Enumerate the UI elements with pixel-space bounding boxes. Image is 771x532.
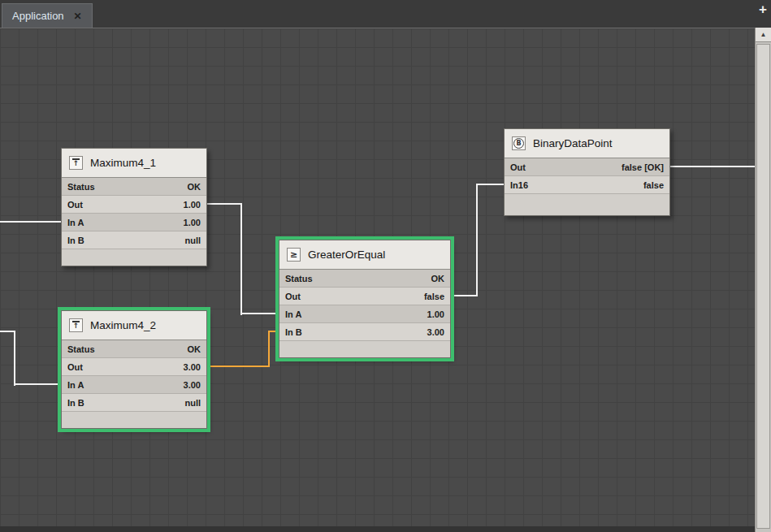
tab-application[interactable]: Application ✕ bbox=[2, 3, 93, 28]
wire-segment[interactable] bbox=[240, 203, 242, 315]
row-value: 3.00 bbox=[427, 327, 444, 337]
wire-segment[interactable] bbox=[476, 184, 504, 185]
row-label: Status bbox=[285, 274, 313, 283]
wire-segment[interactable] bbox=[268, 331, 279, 332]
row-label: Out bbox=[67, 200, 83, 210]
block-row-out[interactable]: Out 3.00 bbox=[62, 358, 206, 376]
row-value: OK bbox=[431, 274, 445, 283]
row-label: Out bbox=[285, 292, 301, 301]
block-row-in-b[interactable]: In B null bbox=[62, 394, 206, 412]
block-title: Maximum4_2 bbox=[90, 319, 156, 331]
block-row-out[interactable]: Out false [OK] bbox=[505, 158, 669, 176]
block-title: GreaterOrEqual bbox=[308, 249, 385, 261]
block-footer bbox=[62, 249, 206, 266]
wire-segment[interactable] bbox=[240, 313, 279, 314]
block-row-in16[interactable]: In16 false bbox=[505, 176, 669, 194]
wire-segment[interactable] bbox=[0, 221, 62, 223]
maximum-icon: ↑ bbox=[69, 318, 83, 332]
scroll-up-arrow-icon: ▲ bbox=[760, 31, 767, 38]
horizontal-scrollbar-track[interactable] bbox=[0, 526, 755, 532]
row-value: 1.00 bbox=[184, 200, 201, 210]
row-label: In B bbox=[67, 398, 84, 408]
add-tab-button[interactable]: + bbox=[759, 2, 767, 16]
block-header[interactable]: B BinaryDataPoint bbox=[505, 129, 669, 158]
row-value: null bbox=[184, 236, 201, 245]
block-header[interactable]: ≥ GreaterOrEqual bbox=[279, 240, 450, 270]
row-value: 1.00 bbox=[427, 309, 444, 319]
row-label: In B bbox=[285, 327, 302, 337]
row-label: In16 bbox=[510, 180, 528, 190]
wire-segment[interactable] bbox=[207, 203, 242, 205]
greater-or-equal-icon: ≥ bbox=[287, 248, 301, 262]
tab-bar: Application ✕ + bbox=[0, 0, 771, 28]
block-row-status[interactable]: Status OK bbox=[279, 270, 450, 288]
function-block-maximum4-1[interactable]: ↑ Maximum4_1 Status OK Out 1.00 In A 1.0… bbox=[61, 148, 207, 266]
wire-segment[interactable] bbox=[476, 184, 478, 296]
row-value: 1.00 bbox=[184, 218, 201, 227]
block-row-in-a[interactable]: In A 1.00 bbox=[62, 214, 206, 231]
block-footer bbox=[279, 341, 450, 357]
block-row-status[interactable]: Status OK bbox=[62, 340, 206, 358]
binary-datapoint-icon: B bbox=[512, 136, 526, 150]
block-title: BinaryDataPoint bbox=[533, 137, 613, 149]
row-value: OK bbox=[188, 344, 201, 354]
scroll-up-button[interactable]: ▲ bbox=[756, 28, 771, 42]
row-label: Status bbox=[67, 182, 95, 192]
vertical-scrollbar[interactable]: ▲ bbox=[755, 28, 771, 532]
block-row-in-b[interactable]: In B 3.00 bbox=[279, 323, 450, 341]
row-label: In B bbox=[67, 236, 84, 245]
row-value: null bbox=[184, 398, 201, 408]
wire-sheet-canvas[interactable]: ↑ Maximum4_1 Status OK Out 1.00 In A 1.0… bbox=[0, 28, 771, 532]
block-header[interactable]: ↑ Maximum4_1 bbox=[62, 149, 206, 178]
row-label: In A bbox=[67, 218, 84, 227]
block-row-in-a[interactable]: In A 3.00 bbox=[62, 376, 206, 394]
block-footer bbox=[62, 412, 206, 428]
row-label: Out bbox=[510, 162, 526, 172]
wire-segment[interactable] bbox=[670, 166, 756, 167]
row-label: Status bbox=[67, 344, 95, 354]
function-block-binarydatapoint[interactable]: B BinaryDataPoint Out false [OK] In16 fa… bbox=[504, 128, 670, 216]
row-value: 3.00 bbox=[184, 380, 201, 390]
row-label: In A bbox=[67, 380, 84, 390]
wire-segment[interactable] bbox=[451, 295, 478, 296]
function-block-greaterorequal[interactable]: ≥ GreaterOrEqual Status OK Out false In … bbox=[279, 240, 451, 358]
block-row-in-b[interactable]: In B null bbox=[62, 231, 206, 249]
row-value: false bbox=[424, 292, 444, 301]
row-label: Out bbox=[67, 362, 83, 372]
block-row-status[interactable]: Status OK bbox=[62, 178, 206, 196]
row-value: 3.00 bbox=[184, 362, 201, 372]
row-label: In A bbox=[285, 309, 301, 319]
scrollbar-thumb[interactable] bbox=[756, 44, 770, 529]
row-value: false bbox=[643, 180, 664, 190]
function-block-maximum4-2[interactable]: ↑ Maximum4_2 Status OK Out 3.00 In A 3.0… bbox=[61, 310, 207, 429]
block-header[interactable]: ↑ Maximum4_2 bbox=[62, 311, 206, 340]
row-value: false [OK] bbox=[622, 162, 664, 172]
wire-segment[interactable] bbox=[14, 383, 61, 385]
row-value: OK bbox=[188, 182, 201, 192]
block-row-out[interactable]: Out 1.00 bbox=[62, 196, 206, 214]
wire-segment[interactable] bbox=[207, 365, 270, 367]
close-icon[interactable]: ✕ bbox=[74, 11, 82, 21]
wire-segment[interactable] bbox=[14, 331, 15, 386]
wire-segment[interactable] bbox=[268, 331, 270, 367]
block-title: Maximum4_1 bbox=[90, 157, 156, 169]
block-footer bbox=[505, 194, 669, 215]
block-row-out[interactable]: Out false bbox=[279, 288, 450, 305]
tab-label: Application bbox=[12, 10, 64, 22]
maximum-icon: ↑ bbox=[69, 156, 83, 170]
block-row-in-a[interactable]: In A 1.00 bbox=[279, 305, 450, 323]
